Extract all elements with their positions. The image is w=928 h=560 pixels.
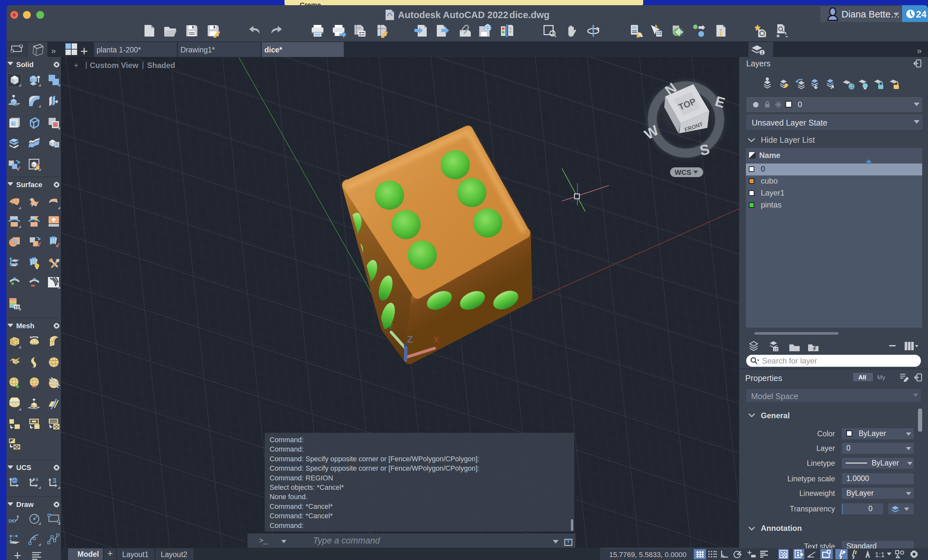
svg-text:Y: Y (388, 321, 393, 331)
svg-text:X: X (433, 335, 439, 344)
svg-text:Z: Z (407, 334, 413, 344)
svg-text:x: x (36, 476, 38, 482)
svg-text:WCS: WCS (675, 168, 691, 177)
svg-text:3: 3 (52, 476, 56, 485)
